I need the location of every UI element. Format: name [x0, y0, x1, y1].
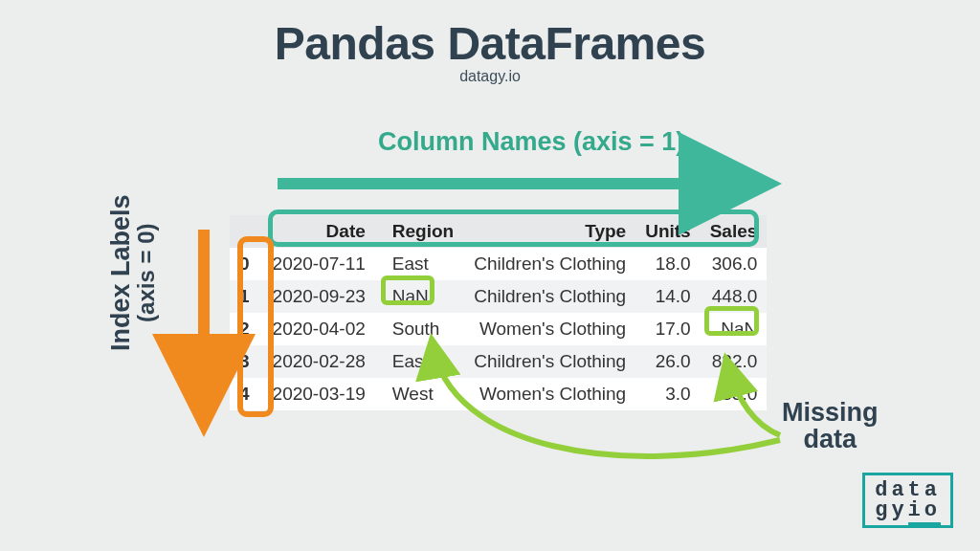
- index-labels-line2: (axis = 0): [134, 194, 158, 351]
- cell: 2020-09-23: [263, 280, 375, 313]
- cell: 2020-02-28: [263, 345, 375, 378]
- cell: Women's Clothing: [463, 378, 635, 410]
- column-names-label: Column Names (axis = 1): [378, 127, 684, 157]
- missing-data-label: Missing data: [782, 399, 879, 453]
- index-cell: 2: [230, 313, 263, 345]
- cell: West: [375, 378, 463, 410]
- cell: 3.0: [635, 378, 701, 410]
- col-header: Date: [263, 215, 375, 248]
- index-header-blank: [230, 215, 263, 248]
- col-header: Type: [463, 215, 635, 248]
- index-cell: 3: [230, 345, 263, 378]
- table-row: 2 2020-04-02 South Women's Clothing 17.0…: [230, 313, 767, 345]
- index-cell: 4: [230, 378, 263, 410]
- index-cell: 0: [230, 248, 263, 280]
- cell: 306.0: [701, 248, 768, 280]
- col-header: Region: [375, 215, 463, 248]
- cell: Children's Clothing: [463, 248, 635, 280]
- cell: East: [375, 248, 463, 280]
- cell: 2020-07-11: [263, 248, 375, 280]
- missing-line2: data: [803, 425, 857, 453]
- dataframe-table: Date Region Type Units Sales 0 2020-07-1…: [230, 215, 767, 410]
- cell: Women's Clothing: [463, 313, 635, 345]
- missing-line1: Missing: [782, 398, 879, 427]
- index-cell: 1: [230, 280, 263, 313]
- cell: 26.0: [635, 345, 701, 378]
- cell: 18.0: [635, 248, 701, 280]
- table-row: 1 2020-09-23 NaN Children's Clothing 14.…: [230, 280, 767, 313]
- cell: East: [375, 345, 463, 378]
- cell: 2020-04-02: [263, 313, 375, 345]
- cell: 832.0: [701, 345, 768, 378]
- index-labels-label: Index Labels (axis = 0): [107, 194, 159, 351]
- logo-line2b: io: [908, 498, 941, 526]
- cell: South: [375, 313, 463, 345]
- col-header: Sales: [701, 215, 768, 248]
- page-subtitle: datagy.io: [0, 68, 980, 85]
- header-row: Date Region Type Units Sales: [230, 215, 767, 248]
- cell: 14.0: [635, 280, 701, 313]
- cell-nan: NaN: [375, 280, 463, 313]
- cell: Children's Clothing: [463, 280, 635, 313]
- table-row: 0 2020-07-11 East Children's Clothing 18…: [230, 248, 767, 280]
- logo-line2a: gy: [875, 498, 907, 522]
- col-header: Units: [635, 215, 701, 248]
- cell-nan: NaN: [701, 313, 768, 345]
- cell: Children's Clothing: [463, 345, 635, 378]
- index-labels-line1: Index Labels: [106, 194, 135, 351]
- table-row: 4 2020-03-19 West Women's Clothing 3.0 3…: [230, 378, 767, 410]
- cell: 448.0: [701, 280, 768, 313]
- cell: 2020-03-19: [263, 378, 375, 410]
- table-row: 3 2020-02-28 East Children's Clothing 26…: [230, 345, 767, 378]
- cell: 17.0: [635, 313, 701, 345]
- page-title: Pandas DataFrames: [0, 17, 980, 70]
- cell: 33.0: [701, 378, 768, 410]
- datagy-logo: data gyio: [862, 473, 953, 528]
